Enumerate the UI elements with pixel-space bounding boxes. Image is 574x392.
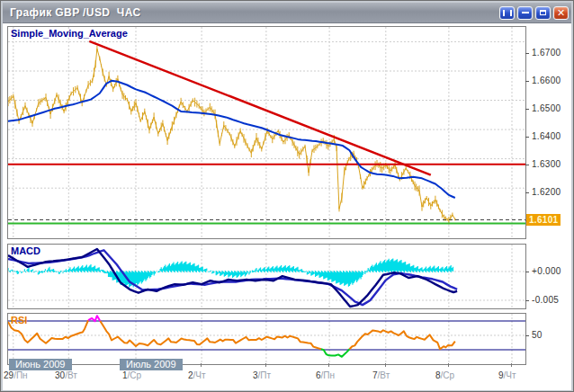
rsi-line	[88, 316, 100, 321]
price-axis-tick	[525, 165, 529, 165]
window-title: График GBP /USD ЧАС	[10, 6, 499, 19]
close-button[interactable]: ✕	[553, 6, 569, 20]
rsi-line	[321, 349, 350, 357]
price-axis-tick	[525, 109, 529, 110]
chart-client-area: Simple_Moving_Average MACD RSI 1.67001.6…	[3, 23, 571, 390]
current-price-badge: 1.6101	[526, 214, 561, 226]
date-axis-tick	[328, 363, 329, 367]
maximize-icon	[540, 10, 546, 15]
price-series-bars	[8, 46, 455, 225]
price-axis-tick	[525, 53, 529, 54]
date-label: 9/Чт	[498, 370, 516, 380]
date-label-weekday: /Пн	[13, 370, 28, 380]
price-axis-label: 1.6200	[532, 187, 561, 197]
date-label-weekday: /Вт	[378, 370, 390, 380]
window-controls: ✕	[499, 6, 569, 20]
price-chart	[8, 27, 525, 238]
price-axis-label: 1.6400	[532, 131, 561, 141]
price-axis-label: 1.6600	[532, 76, 561, 85]
date-axis-tick	[265, 363, 266, 367]
date-label: 2/Чт	[188, 370, 206, 380]
price-chart-panel[interactable]: Simple_Moving_Average	[7, 26, 526, 239]
date-axis-tick	[448, 363, 449, 367]
rsi-panel[interactable]: RSI	[7, 313, 526, 365]
descending-trendline	[89, 41, 431, 175]
time-axis: 29/Пн30/Вт1/Ср2/Чт3/Пт6/Пн7/Вт8/Ср9/ЧтИю…	[3, 363, 571, 390]
date-label-weekday: /Вт	[65, 370, 77, 380]
indicator-label-sma: Simple_Moving_Average	[11, 28, 128, 39]
price-axis-tick	[525, 81, 529, 82]
date-label-weekday: /Пт	[258, 370, 272, 380]
date-axis-tick	[385, 363, 386, 367]
minimize-icon	[522, 12, 529, 13]
rsi-axis-label: 50	[532, 330, 543, 340]
indicator-label-rsi: RSI	[11, 315, 27, 325]
price-axis-label: 1.6700	[532, 48, 561, 58]
date-label: 29/Пн	[4, 370, 28, 380]
date-label-day: 30	[55, 370, 65, 380]
date-label-weekday: /Ср	[441, 370, 455, 380]
macd-axis-label: -0.005	[532, 295, 559, 305]
date-label: 30/Вт	[55, 370, 77, 380]
date-label: 8/Ср	[435, 370, 454, 380]
chart-window: График GBP /USD ЧАС ✕ Simple_Moving_Aver…	[0, 0, 574, 392]
macd-histogram	[8, 258, 453, 287]
month-badge: Июль 2009	[120, 359, 183, 370]
date-label: 3/Пт	[253, 370, 271, 380]
rsi-chart	[8, 314, 525, 364]
minimize-button[interactable]	[517, 6, 533, 20]
close-icon: ✕	[557, 8, 565, 18]
date-label-weekday: /Пн	[321, 370, 336, 380]
date-label: 6/Пн	[316, 370, 335, 380]
titlebar[interactable]: График GBP /USD ЧАС ✕	[3, 3, 571, 23]
date-label-weekday: /Чт	[504, 370, 516, 380]
pause-icon	[503, 10, 512, 16]
price-axis-tick	[525, 192, 529, 193]
date-label: 1/Ср	[122, 370, 141, 380]
date-label-day: 29	[4, 370, 13, 380]
month-badge: Июнь 2009	[9, 359, 72, 370]
date-label-weekday: /Ср	[128, 370, 142, 380]
maximize-button[interactable]	[535, 6, 551, 20]
rsi-axis-tick	[525, 335, 529, 336]
price-axis-tick	[525, 137, 529, 138]
price-axis: 1.67001.66001.65001.64001.63001.62001.61…	[525, 23, 571, 390]
macd-axis-tick	[525, 300, 529, 301]
macd-panel[interactable]: MACD	[7, 244, 526, 309]
date-axis-tick	[201, 363, 202, 367]
pause-button[interactable]	[499, 6, 515, 20]
price-axis-label: 1.6500	[532, 103, 561, 113]
indicator-label-macd: MACD	[11, 245, 40, 256]
macd-axis-label: +0.000	[532, 266, 561, 276]
date-label-weekday: /Чт	[193, 370, 206, 380]
date-label: 7/Вт	[372, 370, 390, 380]
rsi-line	[350, 330, 455, 349]
macd-chart	[8, 245, 525, 308]
macd-axis-tick	[525, 272, 529, 272]
price-axis-label: 1.6300	[532, 159, 561, 169]
date-axis-tick	[511, 363, 512, 367]
